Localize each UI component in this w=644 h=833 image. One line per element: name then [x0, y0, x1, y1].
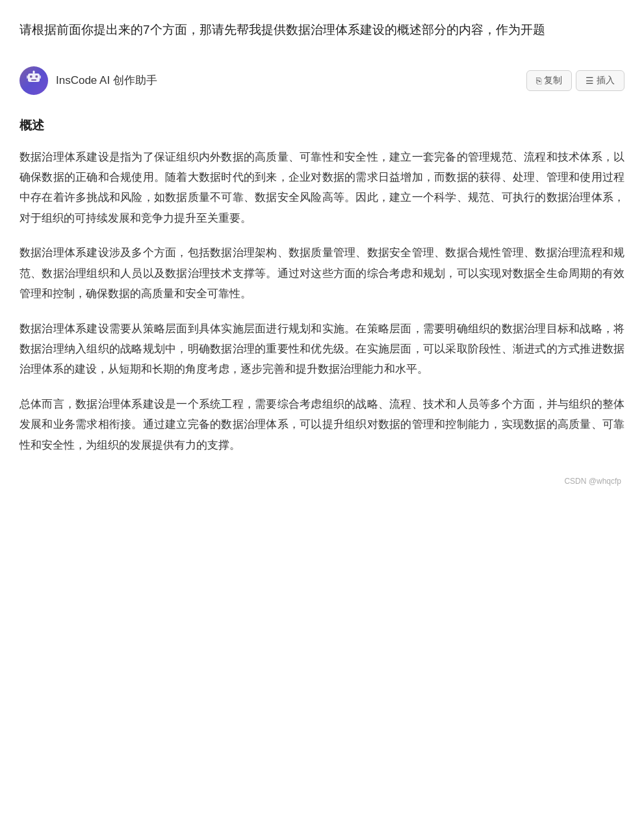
ai-header-right: ⎘ 复制 ☰ 插入: [526, 70, 625, 91]
ai-header: InsCode AI 创作助手 ⎘ 复制 ☰ 插入: [19, 66, 625, 101]
copy-button-label: 复制: [544, 75, 562, 86]
avatar: [19, 66, 48, 95]
svg-rect-1: [30, 75, 32, 78]
footer-watermark: CSDN @whqcfp: [19, 475, 625, 488]
avatar-icon: [25, 68, 42, 94]
user-question-text: 请根据前面你提出来的7个方面，那请先帮我提供数据治理体系建设的概述部分的内容，作…: [19, 23, 545, 36]
content-para-3: 数据治理体系建设需要从策略层面到具体实施层面进行规划和实施。在策略层面，需要明确…: [19, 319, 625, 380]
ai-response-block: InsCode AI 创作助手 ⎘ 复制 ☰ 插入 概述 数据治理体系建设是指为…: [19, 66, 625, 455]
copy-button[interactable]: ⎘ 复制: [526, 70, 572, 91]
svg-rect-3: [31, 79, 36, 81]
ai-header-left: InsCode AI 创作助手: [19, 66, 157, 95]
svg-rect-6: [27, 75, 28, 79]
content-para-1: 数据治理体系建设是指为了保证组织内外数据的高质量、可靠性和安全性，建立一套完备的…: [19, 147, 625, 229]
content-para-2: 数据治理体系建设涉及多个方面，包括数据治理架构、数据质量管理、数据安全管理、数据…: [19, 243, 625, 304]
svg-rect-7: [40, 75, 41, 79]
insert-button-label: 插入: [597, 75, 615, 86]
content-para-4: 总体而言，数据治理体系建设是一个系统工程，需要综合考虑组织的战略、流程、技术和人…: [19, 394, 625, 455]
section-title: 概述: [19, 114, 625, 136]
robot-icon: [25, 68, 42, 85]
ai-name: InsCode AI 创作助手: [56, 71, 157, 90]
svg-point-5: [33, 71, 35, 73]
page-wrapper: 请根据前面你提出来的7个方面，那请先帮我提供数据治理体系建设的概述部分的内容，作…: [0, 0, 644, 833]
insert-button[interactable]: ☰ 插入: [576, 70, 625, 91]
insert-icon: ☰: [586, 75, 594, 86]
svg-rect-0: [28, 73, 40, 82]
user-question: 请根据前面你提出来的7个方面，那请先帮我提供数据治理体系建设的概述部分的内容，作…: [19, 20, 625, 40]
copy-icon: ⎘: [536, 75, 541, 86]
svg-rect-2: [36, 75, 38, 78]
